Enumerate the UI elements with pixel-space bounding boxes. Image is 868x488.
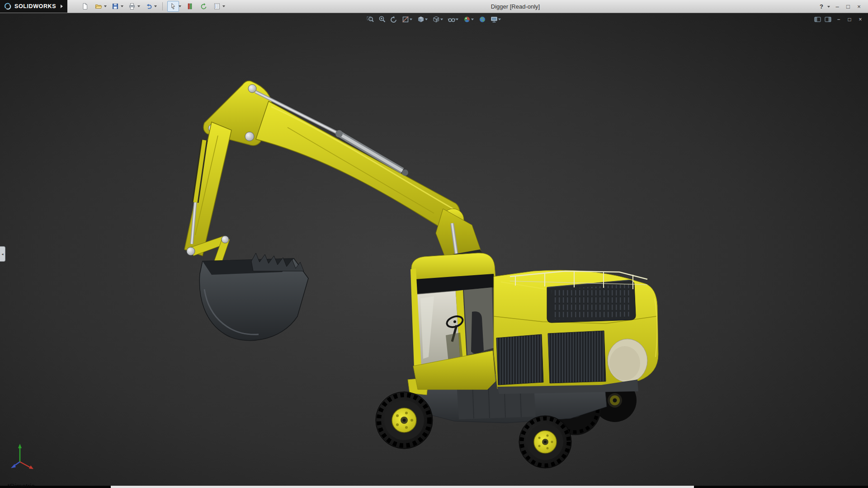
view-settings-button[interactable] <box>490 15 502 23</box>
section-view-icon <box>401 15 410 23</box>
new-document-icon <box>81 3 89 10</box>
minimize-doc-button[interactable]: − <box>835 15 842 23</box>
rebuild-button[interactable] <box>198 1 209 12</box>
zoom-to-fit-icon <box>366 15 374 23</box>
print-icon <box>128 3 136 10</box>
view-orientation-button[interactable] <box>417 15 429 23</box>
titlebar: SOLIDWORKS <box>0 0 868 13</box>
zoom-to-area-button[interactable] <box>378 15 386 23</box>
model-canvas[interactable] <box>0 13 868 488</box>
print-button[interactable] <box>126 1 138 12</box>
edit-appearance-caret[interactable] <box>471 19 474 20</box>
triad-y-arrowhead <box>18 444 22 448</box>
section-view-caret[interactable] <box>410 19 412 20</box>
menu-flyout-arrow-icon[interactable] <box>61 5 63 8</box>
brand-name: SOLIDWORKS <box>14 3 56 9</box>
view-orientation-label: *Dimetric <box>7 482 35 488</box>
left-pane-toggle-icon <box>814 17 821 22</box>
hide-show-glasses-icon <box>448 15 456 23</box>
app-window-controls: ? – □ × <box>817 0 863 13</box>
orientation-triad[interactable] <box>6 441 42 473</box>
viewport-background[interactable] <box>0 13 868 488</box>
document-window-controls: − □ × <box>814 15 864 23</box>
select-cursor-icon <box>170 3 177 10</box>
view-orientation-cube-icon <box>417 15 425 23</box>
left-pane-toggle-button[interactable] <box>814 17 821 22</box>
previous-view-icon <box>390 15 398 23</box>
apply-scene-globe-icon <box>478 15 486 23</box>
section-view-button[interactable] <box>401 15 413 23</box>
display-style-button[interactable] <box>432 15 444 23</box>
undo-button[interactable] <box>143 1 155 12</box>
help-button[interactable]: ? <box>817 2 826 11</box>
edit-appearance-ball-icon <box>463 15 471 23</box>
view-settings-caret[interactable] <box>498 19 501 20</box>
close-app-button[interactable]: × <box>854 2 863 11</box>
undo-dropdown-caret[interactable] <box>154 5 157 7</box>
solidworks-logo-icon <box>4 2 12 10</box>
save-button[interactable] <box>109 1 121 12</box>
display-style-caret[interactable] <box>440 19 443 20</box>
display-style-icon <box>432 15 440 23</box>
select-cursor-button[interactable] <box>167 1 179 12</box>
status-bar-edge <box>0 486 868 488</box>
hide-show-caret[interactable] <box>456 19 458 20</box>
previous-view-button[interactable] <box>390 15 398 23</box>
help-dropdown-caret[interactable] <box>827 6 830 8</box>
appearance-swatch-icon <box>186 3 193 10</box>
apply-scene-button[interactable] <box>478 15 486 23</box>
status-bar-highlight <box>111 486 694 488</box>
options-icon <box>213 3 221 10</box>
triad-x-axis <box>20 462 30 467</box>
right-pane-toggle-icon <box>825 17 831 22</box>
rebuild-icon <box>200 3 207 10</box>
solidworks-menu[interactable]: SOLIDWORKS <box>0 0 67 13</box>
edit-appearance-button[interactable] <box>463 15 475 23</box>
standard-toolbar <box>79 1 226 12</box>
save-icon <box>112 3 119 10</box>
view-settings-monitor-icon <box>490 15 498 23</box>
solidworks-app-window: { "app": { "brand": "SOLIDWORKS", "title… <box>0 0 868 488</box>
print-dropdown-caret[interactable] <box>137 5 140 7</box>
appearance-swatch-button[interactable] <box>184 1 196 12</box>
close-doc-button[interactable]: × <box>857 15 864 23</box>
right-pane-toggle-button[interactable] <box>825 17 831 22</box>
restore-doc-button[interactable]: □ <box>846 15 853 23</box>
cab[interactable] <box>410 253 495 389</box>
zoom-to-area-icon <box>378 15 386 23</box>
engine-body[interactable] <box>494 270 658 394</box>
feature-manager-collapsed-tab[interactable]: ◂ <box>0 246 5 262</box>
open-document-icon <box>95 3 102 10</box>
open-document-button[interactable] <box>93 1 104 12</box>
document-title: Digger [Read-only] <box>491 3 540 10</box>
undo-icon <box>145 3 152 10</box>
view-orientation-caret[interactable] <box>425 19 428 20</box>
headsup-view-toolbar <box>366 15 502 23</box>
new-document-button[interactable] <box>79 1 91 12</box>
open-dropdown-caret[interactable] <box>104 5 107 7</box>
options-dropdown-caret[interactable] <box>222 5 225 7</box>
minimize-app-button[interactable]: – <box>833 2 842 11</box>
zoom-to-fit-button[interactable] <box>366 15 374 23</box>
graphics-viewport[interactable]: − □ × ◂ *Dimetric <box>0 13 868 488</box>
maximize-app-button[interactable]: □ <box>844 2 853 11</box>
toolbar-separator <box>162 2 163 10</box>
save-dropdown-caret[interactable] <box>121 5 123 7</box>
hide-show-items-button[interactable] <box>448 15 459 23</box>
select-dropdown-caret[interactable] <box>179 5 181 7</box>
options-button[interactable] <box>211 1 223 12</box>
